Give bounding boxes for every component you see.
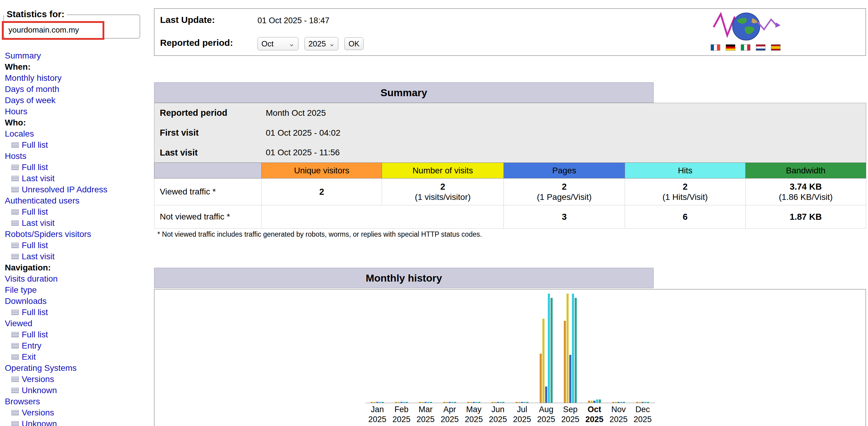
row-label: First visit [154, 123, 262, 143]
highlight-annotation-box [2, 21, 104, 40]
sidebar-item-browsers-versions[interactable]: Versions [22, 407, 54, 418]
row-label: Last visit [154, 143, 262, 163]
row-value: 01 Oct 2025 - 11:56 [262, 143, 866, 163]
pages-bar [569, 355, 571, 403]
year-select-value: 2025 [308, 39, 326, 49]
row-value: 01 Oct 2025 - 04:02 [262, 123, 866, 143]
month-label: Aug2025 [537, 404, 555, 425]
month-column-jun: Jun2025 [486, 294, 510, 425]
sidebar-header-who: Who: [5, 117, 150, 128]
year-select[interactable]: 2025 ⌄ [305, 37, 338, 50]
sidebar-subitem: Full list [5, 206, 150, 217]
sidebar-item-downloads-full-list[interactable]: Full list [22, 307, 48, 318]
sidebar-subitem: Entry [5, 340, 150, 351]
list-icon [11, 187, 19, 192]
sidebar-subitem: Exit [5, 351, 150, 362]
sidebar-item-authenticated-users[interactable]: Authenticated users [5, 195, 150, 206]
monthly-history-graph: Jan2025Feb2025Mar2025Apr2025May2025Jun20… [365, 294, 655, 425]
sidebar-header-when: When: [5, 61, 150, 72]
bar-group [467, 294, 480, 403]
awstats-globe-logo [712, 9, 782, 44]
sidebar-item-viewed[interactable]: Viewed [5, 318, 150, 329]
sidebar-item-browsers[interactable]: Browsers [5, 396, 150, 407]
sidebar-subitem: Unknown [5, 418, 150, 426]
viewed-traffic-row: Viewed traffic * 2 2 (1 visits/visitor) … [154, 179, 866, 205]
spanish-flag[interactable] [771, 44, 781, 51]
sidebar-item-hosts[interactable]: Hosts [5, 150, 150, 161]
sidebar-item-operating-systems[interactable]: Operating Systems [5, 362, 150, 373]
unique-visitors-bar [588, 401, 590, 403]
german-flag[interactable] [726, 44, 735, 51]
sidebar-item-days-of-week[interactable]: Days of week [5, 95, 150, 106]
month-column-oct: Oct2025 [583, 294, 607, 425]
sidebar-item-viewed-full-list[interactable]: Full list [22, 329, 48, 340]
sidebar-item-auth-full-list[interactable]: Full list [22, 206, 48, 217]
bar-group [636, 294, 649, 403]
row-label: Viewed traffic * [154, 179, 262, 205]
sidebar-item-days-of-month[interactable]: Days of month [5, 84, 150, 95]
sidebar-item-hosts-last-visit[interactable]: Last visit [22, 173, 55, 184]
sidebar-item-locales-full-list[interactable]: Full list [22, 139, 48, 150]
viewed-pages-value: 2 [508, 181, 620, 192]
summary-title: Summary [380, 87, 427, 99]
sidebar-item-os-unknown[interactable]: Unknown [22, 385, 57, 396]
reported-period-label: Reported period: [160, 38, 233, 48]
month-column-apr: Apr2025 [438, 294, 462, 425]
sidebar-item-downloads[interactable]: Downloads [5, 296, 150, 307]
month-column-jul: Jul2025 [510, 294, 534, 425]
month-column-nov: Nov2025 [607, 294, 631, 425]
sidebar-item-visits-duration[interactable]: Visits duration [5, 273, 150, 284]
unique-visitors-bar [540, 354, 542, 403]
ok-button[interactable]: OK [344, 37, 364, 50]
sidebar-subitem: Versions [5, 373, 150, 385]
sidebar-item-summary[interactable]: Summary [5, 50, 150, 61]
sidebar-item-file-type[interactable]: File type [5, 284, 150, 296]
viewed-hits-value: 2 [629, 181, 741, 192]
monthly-history-graph-wrap: Jan2025Feb2025Mar2025Apr2025May2025Jun20… [365, 294, 655, 425]
hits-bar [548, 294, 550, 403]
viewed-visits-value: 2 [386, 181, 499, 192]
sidebar-item-unresolved-ip-address[interactable]: Unresolved IP Address [22, 184, 107, 195]
viewed-visits-sub: (1 visits/visitor) [386, 192, 499, 202]
sidebar-item-hours[interactable]: Hours [5, 106, 150, 117]
month-label: Jun2025 [489, 404, 507, 425]
month-select[interactable]: Oct ⌄ [257, 37, 299, 50]
sidebar-item-viewed-entry[interactable]: Entry [22, 340, 41, 351]
month-column-may: May2025 [462, 294, 486, 425]
sidebar-nav: Summary When: Monthly history Days of mo… [5, 50, 150, 426]
sidebar-item-robots-spiders-visitors[interactable]: Robots/Spiders visitors [5, 229, 150, 240]
list-icon [11, 376, 19, 382]
bandwidth-bar [599, 399, 601, 403]
italian-flag[interactable] [741, 44, 750, 51]
sidebar-item-hosts-full-list[interactable]: Full list [22, 161, 48, 173]
bar-group [588, 294, 601, 403]
sidebar-subitem: Full list [5, 139, 150, 150]
number-of-visits-header: Number of visits [382, 163, 504, 179]
month-label: Sep2025 [561, 404, 579, 425]
viewed-bandwidth-sub: (1.86 KB/Visit) [750, 192, 862, 202]
list-icon [11, 176, 19, 181]
dutch-flag[interactable] [756, 44, 766, 51]
sidebar-item-browsers-unknown[interactable]: Unknown [22, 418, 57, 426]
sidebar-item-monthly-history[interactable]: Monthly history [5, 72, 150, 84]
month-label: Jan2025 [368, 404, 386, 425]
bar-group [443, 294, 456, 403]
number-of-visits-bar [542, 319, 545, 403]
sidebar-item-locales[interactable]: Locales [5, 128, 150, 139]
viewed-unique-value: 2 [266, 186, 377, 197]
sidebar-item-robots-full-list[interactable]: Full list [22, 240, 48, 251]
pages-bar [545, 387, 547, 403]
bar-group [564, 294, 577, 403]
not-viewed-hits-value: 6 [625, 205, 746, 229]
sidebar-item-auth-last-visit[interactable]: Last visit [22, 217, 55, 229]
french-flag[interactable] [711, 44, 720, 51]
language-flags [711, 44, 781, 51]
bar-group [371, 294, 384, 403]
sidebar-item-robots-last-visit[interactable]: Last visit [22, 251, 55, 262]
month-column-feb: Feb2025 [390, 294, 414, 425]
sidebar-item-os-versions[interactable]: Versions [22, 373, 54, 385]
unique-visitors-bar [564, 321, 566, 403]
sidebar-item-viewed-exit[interactable]: Exit [22, 351, 36, 362]
bar-group [516, 294, 529, 403]
sidebar: Statistics for: yourdomain.com.my Summar… [0, 0, 152, 426]
